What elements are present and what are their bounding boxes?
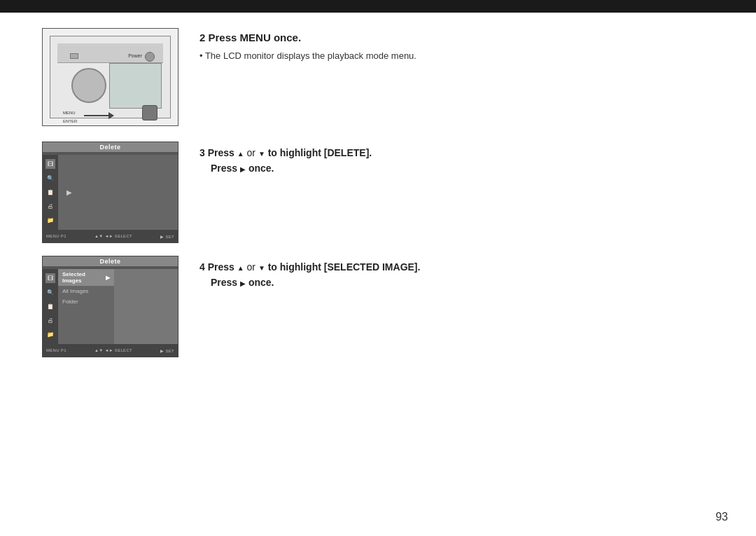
submenu-item-folder: Folder — [58, 296, 114, 307]
section-4: Delete 🎞 🔍 📋 🖨 📁 — [42, 256, 714, 357]
enter-label: ENTER — [63, 119, 77, 123]
section-2: Power MENU ENTER 2 Press MENU once. — [42, 28, 714, 126]
section-3: Delete 🎞 🔍 📋 🖨 📁 ▶ — [42, 142, 714, 243]
step3-number: 3 — [200, 147, 205, 158]
step4-press1: Press — [208, 261, 234, 273]
menu-content-3: ▶ — [58, 155, 178, 230]
step4-text: 4 Press or to highlight [SELECTED IMAGE]… — [200, 256, 714, 291]
footer-mid-4: ▲▼ ◄► SELECT — [94, 348, 132, 352]
footer-left-3: MENU P1 — [46, 234, 66, 238]
cam-body: Power MENU ENTER — [50, 36, 171, 118]
step3-line1: 3 Press or to highlight [DELETE]. — [200, 145, 714, 160]
step4-line1: 4 Press or to highlight [SELECTED IMAGE]… — [200, 259, 714, 275]
arrow-right-icon-3 — [240, 163, 246, 174]
step3-or1: or — [247, 147, 255, 158]
sub-icon-slide: 📋 — [46, 301, 55, 311]
step4-press2: Press — [211, 277, 237, 288]
cam-dpad — [142, 105, 158, 121]
footer-left-4: MENU P1 — [46, 348, 66, 352]
step4-highlight: to highlight [SELECTED IMAGE]. — [268, 261, 421, 273]
top-bar — [0, 0, 756, 13]
step3-line2: Press once. — [211, 160, 714, 176]
step3-highlight: to highlight [DELETE]. — [268, 147, 372, 158]
arrow-down-icon — [258, 147, 265, 158]
arrow-up-icon-4 — [237, 261, 244, 273]
menu-screen-3: Delete 🎞 🔍 📋 🖨 📁 ▶ — [42, 142, 178, 243]
sub-icon-search: 🔍 — [46, 287, 55, 297]
cam-top-bar: Power — [57, 43, 163, 63]
section2-text: 2 Press MENU once. • The LCD monitor dis… — [200, 28, 714, 63]
footer-right-4: ▶ SET — [160, 348, 174, 353]
icon-slide: 📋 — [46, 187, 55, 197]
cam-lens — [71, 68, 106, 103]
menu-header-3: Delete — [43, 142, 178, 152]
submenu-header-4: Delete — [43, 256, 178, 266]
cam-viewfinder — [70, 53, 78, 59]
arrow-right-icon-4 — [240, 277, 246, 288]
cam-lcd — [109, 63, 162, 109]
submenu-icons-4: 🎞 🔍 📋 🖨 📁 — [43, 269, 58, 344]
arrow-down-icon-4 — [258, 261, 265, 273]
submenu-item3-label: Folder — [62, 298, 78, 305]
sub-icon-camera: 🎞 — [46, 273, 55, 283]
power-label: Power — [128, 53, 142, 58]
power-button — [145, 52, 155, 62]
submenu-preview — [114, 269, 178, 344]
cam-pointer — [84, 112, 114, 119]
icon-folder: 📁 — [46, 216, 55, 226]
step4-number: 4 — [200, 261, 205, 273]
menu-label: MENU — [63, 111, 76, 115]
icon-search: 🔍 — [46, 173, 55, 183]
step3-press1: Press — [208, 147, 234, 158]
step2-title-text: Press MENU once. — [209, 32, 302, 43]
icon-print: 🖨 — [46, 202, 55, 212]
footer-right-3: ▶ SET — [160, 234, 174, 239]
submenu-item-selected: Selected Images ▶ — [58, 269, 114, 286]
page-number: 93 — [715, 511, 728, 523]
menu-footer-3: MENU P1 ▲▼ ◄► SELECT ▶ SET — [43, 230, 178, 242]
submenu-footer-4: MENU P1 ▲▼ ◄► SELECT ▶ SET — [43, 344, 178, 357]
step2-number: 2 — [200, 32, 205, 43]
step2-title: 2 Press MENU once. — [200, 32, 714, 43]
step3-text: 3 Press or to highlight [DELETE]. Press … — [200, 142, 714, 177]
step3-press2: Press — [211, 163, 237, 174]
menu-icons-3: 🎞 🔍 📋 🖨 📁 — [43, 155, 58, 230]
submenu-panel-4: Selected Images ▶ All Images Folder — [58, 269, 114, 344]
step2-bullet: • The LCD monitor displays the playback … — [200, 49, 714, 63]
arrow-up-icon — [237, 147, 244, 158]
step4-line2: Press once. — [211, 275, 714, 290]
content-area: Power MENU ENTER 2 Press MENU once. — [42, 21, 714, 501]
submenu-screen-4: Delete 🎞 🔍 📋 🖨 📁 — [42, 256, 178, 357]
footer-mid-3: ▲▼ ◄► SELECT — [94, 234, 132, 238]
menu-arrow: ▶ — [66, 188, 72, 196]
submenu-item1-arrow: ▶ — [106, 275, 110, 281]
sub-icon-print: 🖨 — [46, 316, 55, 326]
icon-camera: 🎞 — [46, 159, 55, 169]
step3-once: once. — [248, 163, 274, 174]
step4-or1: or — [247, 261, 255, 273]
submenu-item1-label: Selected Images — [62, 271, 106, 284]
submenu-item-all: All Images — [58, 286, 114, 296]
sub-icon-folder: 📁 — [46, 330, 55, 340]
step4-once: once. — [248, 277, 274, 288]
camera-diagram: Power MENU ENTER — [42, 28, 178, 126]
submenu-item2-label: All Images — [62, 288, 88, 294]
